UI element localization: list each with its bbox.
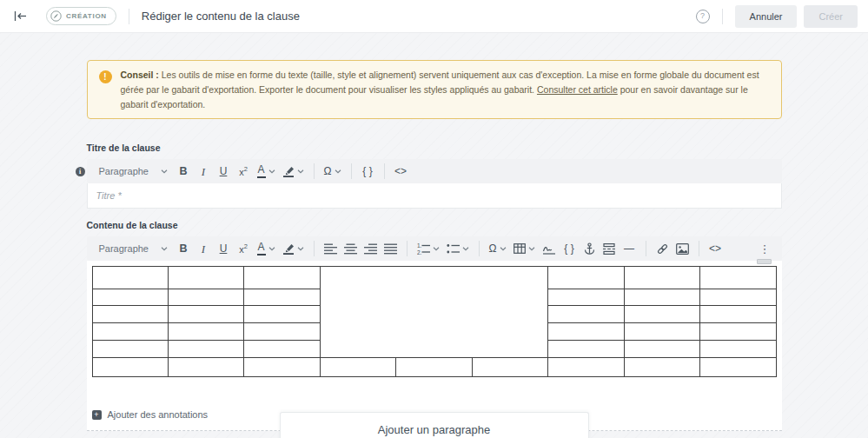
- chevron-down-icon: [500, 247, 507, 251]
- content-toolbar: ParagrapheBIUx2A1.2.Ω{ }—<>⋮: [87, 236, 782, 261]
- superscript-button[interactable]: x2: [235, 161, 253, 182]
- special-characters-button[interactable]: Ω: [321, 161, 344, 182]
- editor-table-cell[interactable]: [624, 341, 699, 358]
- paragraph-style-label: Paragraphe: [99, 166, 149, 176]
- title-section-label: Titre de la clause: [87, 143, 782, 153]
- underline-button[interactable]: U: [215, 161, 233, 182]
- editor-table-cell[interactable]: [168, 306, 243, 323]
- editor-table-cell[interactable]: [92, 289, 168, 306]
- info-icon[interactable]: i: [76, 167, 85, 176]
- advice-banner: ! Conseil : Les outils de mise en forme …: [87, 60, 782, 119]
- toolbar-separator: [479, 241, 480, 256]
- more-options-button[interactable]: ⋮: [756, 238, 774, 259]
- bold-button[interactable]: B: [175, 238, 193, 259]
- editor-table-cell[interactable]: [244, 267, 320, 289]
- editor-table-cell[interactable]: [92, 306, 168, 323]
- bold-button[interactable]: B: [175, 161, 193, 182]
- editor-table-cell[interactable]: [168, 341, 243, 358]
- editor-table-cell[interactable]: [168, 358, 243, 377]
- table-resize-handle[interactable]: [757, 259, 772, 264]
- collapse-panel-button[interactable]: [10, 7, 30, 25]
- underline-icon: U: [220, 166, 228, 176]
- anchor-icon: [584, 242, 595, 255]
- editor-table-cell[interactable]: [700, 341, 777, 358]
- clause-content-editor[interactable]: + Ajouter des annotations: [87, 261, 782, 431]
- editor-table-cell[interactable]: [168, 289, 243, 306]
- banner-text: Conseil : Les outils de mise en forme du…: [121, 68, 770, 111]
- superscript-button[interactable]: x2: [235, 238, 253, 259]
- toolbar-separator: [351, 163, 352, 179]
- editor-table-cell[interactable]: [700, 267, 777, 289]
- editor-table-cell[interactable]: [244, 289, 320, 306]
- editor-table-cell[interactable]: [548, 289, 624, 306]
- variables-button[interactable]: { }: [560, 238, 579, 259]
- editor-table-cell[interactable]: [548, 341, 624, 358]
- editor-table-cell[interactable]: [168, 323, 243, 341]
- signature-button[interactable]: [540, 238, 559, 259]
- variables-button[interactable]: { }: [359, 161, 377, 182]
- special-characters-button[interactable]: Ω: [487, 238, 509, 259]
- editor-table-cell[interactable]: [700, 306, 777, 323]
- paragraph-style-select[interactable]: Paragraphe: [94, 238, 174, 259]
- editor-table-cell[interactable]: [624, 306, 699, 323]
- editor-table-cell[interactable]: [244, 341, 320, 358]
- banner-article-link[interactable]: Consulter cet article: [537, 84, 618, 95]
- highlight-color-button[interactable]: [280, 238, 307, 259]
- align-justify-button[interactable]: [381, 238, 400, 259]
- paragraph-style-select[interactable]: Paragraphe: [94, 161, 174, 182]
- editor-table-cell[interactable]: [624, 289, 699, 306]
- source-code-button[interactable]: <>: [706, 238, 725, 259]
- align-right-button[interactable]: [361, 238, 380, 259]
- horizontal-rule-button[interactable]: —: [620, 238, 639, 259]
- text-color-button[interactable]: A: [255, 238, 278, 259]
- editor-table-cell[interactable]: [92, 323, 168, 341]
- align-left-button[interactable]: [321, 238, 340, 259]
- clause-title-input[interactable]: [87, 183, 782, 209]
- underline-button[interactable]: U: [215, 238, 233, 259]
- highlight-color-button[interactable]: [280, 161, 307, 182]
- toolbar-separator: [407, 241, 407, 256]
- chevron-down-icon: [433, 247, 440, 251]
- editor-table-cell[interactable]: [624, 323, 699, 341]
- editor-table-cell[interactable]: [320, 358, 395, 377]
- editor-table-cell[interactable]: [700, 289, 777, 306]
- editor-table-cell[interactable]: [548, 267, 624, 289]
- help-icon[interactable]: ?: [696, 10, 710, 23]
- anchor-button[interactable]: [580, 238, 599, 259]
- editor-table-cell[interactable]: [624, 267, 699, 289]
- bullet-list-button[interactable]: [444, 238, 472, 259]
- insert-table-button[interactable]: [511, 238, 538, 259]
- editor-table-cell[interactable]: [548, 306, 624, 323]
- text-color-button[interactable]: A: [255, 161, 278, 182]
- editor-table-cell[interactable]: [92, 358, 168, 377]
- source-code-icon: <>: [709, 243, 721, 254]
- align-center-button[interactable]: [341, 238, 360, 259]
- page-break-button[interactable]: [600, 238, 619, 259]
- editor-table-merged-cell[interactable]: [320, 267, 547, 358]
- ordered-list-button[interactable]: 1.2.: [414, 238, 442, 259]
- collapse-left-icon: [14, 10, 27, 22]
- editor-table-cell[interactable]: [548, 358, 624, 377]
- create-button[interactable]: Créer: [804, 5, 858, 28]
- editor-table-cell[interactable]: [700, 358, 777, 377]
- editor-table-cell[interactable]: [92, 267, 168, 289]
- source-code-button[interactable]: <>: [392, 161, 410, 182]
- editor-table-cell[interactable]: [700, 323, 777, 341]
- editor-table-cell[interactable]: [92, 341, 168, 358]
- badge-label: CRÉATION: [66, 12, 107, 20]
- image-button[interactable]: [673, 238, 692, 259]
- editor-table-cell[interactable]: [624, 358, 699, 377]
- add-paragraph-label: Ajouter un paragraphe: [378, 423, 490, 438]
- editor-table-cell[interactable]: [168, 267, 243, 289]
- add-paragraph-button[interactable]: Ajouter un paragraphe: [280, 412, 589, 438]
- cancel-button[interactable]: Annuler: [735, 5, 798, 28]
- editor-table-cell[interactable]: [548, 323, 624, 341]
- editor-table-cell[interactable]: [396, 358, 472, 377]
- editor-table-cell[interactable]: [472, 358, 547, 377]
- editor-table-cell[interactable]: [244, 323, 320, 341]
- editor-table-cell[interactable]: [244, 358, 320, 377]
- italic-button[interactable]: I: [195, 238, 213, 259]
- italic-button[interactable]: I: [195, 161, 213, 182]
- editor-table-cell[interactable]: [244, 306, 320, 323]
- link-button[interactable]: [653, 238, 672, 259]
